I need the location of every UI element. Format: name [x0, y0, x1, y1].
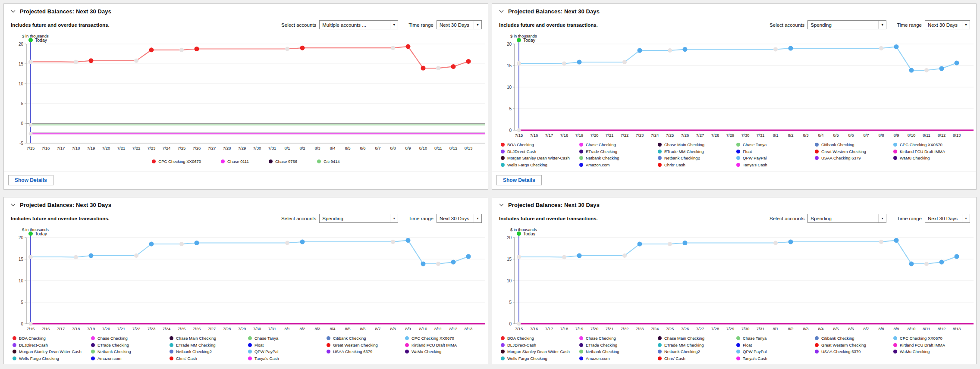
legend-item: QPW PayPal — [736, 349, 815, 354]
legend-dot-icon — [736, 356, 740, 360]
collapse-chevron-icon[interactable] — [499, 10, 504, 13]
x-tick-label: 7/19 — [575, 326, 584, 331]
x-tick-label: 8/11 — [923, 133, 930, 138]
legend-label: ETrade Checking — [97, 343, 129, 347]
x-tick-label: 7/23 — [148, 146, 156, 150]
x-tick-label: 7/29 — [726, 133, 735, 138]
select-accounts-label: Select accounts — [770, 216, 804, 221]
x-tick-label: 7/26 — [681, 326, 689, 331]
collapse-chevron-icon[interactable] — [11, 10, 16, 13]
show-details-button[interactable]: Show Details — [496, 175, 542, 185]
data-point — [195, 241, 199, 245]
y-tick-label: 20 — [507, 235, 512, 240]
x-tick-label: 7/15 — [515, 133, 523, 138]
legend-dot-icon — [13, 350, 16, 353]
time-range-dropdown[interactable]: Next 30 Days ▼ — [437, 20, 482, 29]
data-point-pale — [179, 242, 184, 246]
x-tick-label: 8/8 — [390, 146, 396, 150]
x-tick-label: 7/19 — [87, 326, 95, 331]
collapse-chevron-icon[interactable] — [499, 203, 504, 206]
x-tick-label: 7/17 — [57, 146, 65, 150]
legend-label: BOA Checking — [507, 336, 534, 341]
legend-dot-icon — [13, 356, 16, 360]
data-point — [683, 47, 688, 52]
data-point — [406, 238, 411, 243]
legend-label: Great Western Checking — [821, 343, 866, 347]
x-tick-label: 8/9 — [893, 133, 899, 138]
legend-dot-icon — [405, 343, 409, 347]
chart-controls: Select accounts Spending ▼ Time range Ne… — [770, 20, 971, 29]
x-tick-label: 8/2 — [299, 146, 305, 150]
data-point-pale — [517, 128, 521, 132]
x-tick-label: 8/12 — [938, 326, 946, 331]
x-tick-label: 8/4 — [330, 146, 335, 150]
x-tick-label: 8/9 — [405, 326, 411, 331]
legend-dot-icon — [317, 159, 321, 163]
legend-label: Amazon.com — [586, 163, 609, 167]
y-tick-label: 5 — [509, 300, 512, 305]
today-dot-icon — [517, 38, 521, 42]
time-range-dropdown[interactable]: Next 30 Days ▼ — [925, 20, 970, 29]
x-tick-label: 8/5 — [833, 326, 839, 331]
x-tick-label: 7/28 — [711, 133, 719, 138]
y-tick-label: 20 — [19, 42, 24, 47]
legend-label: CPC Checking XX0670 — [900, 336, 942, 341]
select-accounts-label: Select accounts — [770, 22, 804, 28]
legend-dot-icon — [405, 350, 409, 353]
legend-item: Wells Fargo Checking — [13, 356, 91, 361]
legend-label: QPW PayPal — [254, 349, 278, 354]
x-tick-label: 7/30 — [741, 326, 750, 331]
legend-item: Netbank Checking — [579, 156, 658, 160]
dropdown-arrow-icon: ▼ — [390, 21, 398, 29]
x-tick-label: 8/12 — [449, 146, 458, 150]
legend-label: Netbank Checking — [586, 349, 619, 354]
data-point-pale — [29, 123, 33, 127]
legend-label: Chase Checking — [586, 142, 616, 147]
legend-dot-icon — [327, 350, 330, 353]
y-tick-label: 0 — [21, 322, 23, 326]
x-tick-label: 7/30 — [253, 146, 261, 150]
y-tick-label: 15 — [507, 63, 512, 68]
legend-dot-icon — [248, 343, 252, 347]
x-tick-label: 8/4 — [330, 326, 335, 331]
legend-dot-icon — [658, 156, 662, 160]
x-tick-label: 7/15 — [515, 326, 523, 331]
y-tick-label: 5 — [509, 106, 512, 111]
y-tick-label: 10 — [19, 278, 24, 283]
time-range-dropdown[interactable]: Next 30 Days ▼ — [925, 214, 970, 223]
y-tick-label: 10 — [507, 85, 512, 90]
panel-header: Projected Balances: Next 30 Days — [4, 4, 488, 15]
legend-item: Amazon.com — [91, 356, 170, 361]
select-accounts-dropdown[interactable]: Spending ▼ — [807, 20, 886, 29]
legend-item: ETrade MM Checking — [658, 149, 736, 154]
time-range-dropdown[interactable]: Next 30 Days ▼ — [437, 214, 482, 223]
legend-item: DLJDirect-Cash — [501, 149, 579, 154]
x-tick-label: 7/25 — [178, 326, 186, 331]
data-point — [89, 253, 94, 258]
legend-item: Chase Main Checking — [658, 142, 736, 147]
legend-item: Chase Tanya — [736, 142, 815, 147]
data-point — [451, 260, 456, 265]
select-accounts-dropdown[interactable]: Spending ▼ — [319, 214, 398, 223]
legend-item: ETrade Checking — [579, 343, 658, 347]
x-tick-label: 7/24 — [651, 133, 659, 138]
legend-dot-icon — [579, 343, 583, 347]
data-point — [577, 253, 582, 258]
panel-header: Projected Balances: Next 30 Days — [492, 197, 976, 208]
data-point — [909, 68, 914, 73]
legend-dot-icon — [579, 143, 583, 147]
projected-balances-panel-top-right: Projected Balances: Next 30 Days Include… — [492, 3, 977, 190]
chart-multiple-accounts: 20151050-57/157/167/177/187/197/207/217/… — [9, 34, 488, 153]
x-tick-label: 7/24 — [163, 146, 171, 150]
dropdown-arrow-icon: ▼ — [474, 214, 481, 222]
legend-item: Float — [736, 149, 815, 154]
select-accounts-dropdown[interactable]: Multiple accounts ... ▼ — [319, 20, 398, 29]
x-tick-label: 7/22 — [132, 326, 141, 331]
legend-item: Wells Fargo Checking — [501, 163, 579, 167]
show-details-button[interactable]: Show Details — [8, 175, 53, 185]
select-accounts-dropdown[interactable]: Spending ▼ — [807, 214, 886, 223]
legend-item: DLJDirect-Cash — [501, 343, 579, 347]
legend-item: Kirtland FCU Draft IMMA — [893, 149, 972, 154]
data-point-pale — [562, 62, 566, 66]
collapse-chevron-icon[interactable] — [11, 203, 16, 206]
